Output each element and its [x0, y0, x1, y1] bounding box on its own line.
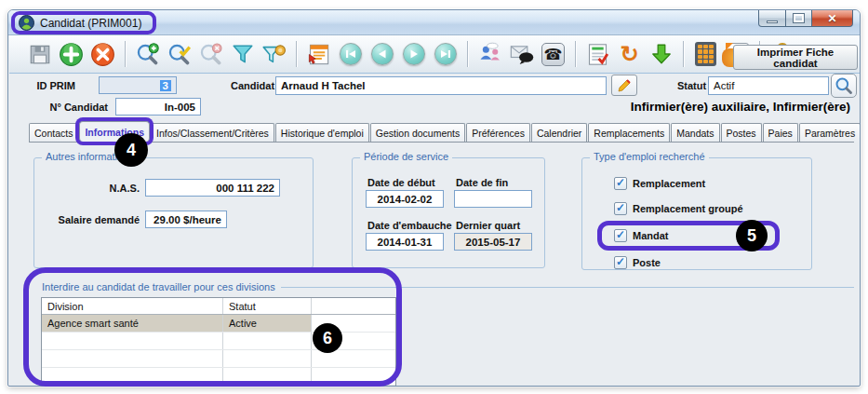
date-embauche-field[interactable]: 2014-01-31	[366, 233, 444, 251]
divisions-highlight-annotation	[23, 267, 402, 387]
nav-previous-icon[interactable]	[368, 41, 395, 68]
annotation-step-4: 4	[114, 133, 148, 167]
window-controls: ✕	[758, 10, 853, 27]
no-candidat-value: In-005	[165, 102, 195, 113]
salaire-label: Salaire demandé	[34, 214, 140, 225]
refresh-icon[interactable]: ↻	[616, 41, 643, 68]
statut-value: Actif	[714, 80, 734, 91]
salaire-value: 29.00 $/heure	[154, 214, 221, 225]
nas-value: 000 111 222	[216, 183, 274, 194]
toolbar-separator	[125, 41, 126, 67]
tab-postes[interactable]: Postes	[721, 123, 762, 142]
search-add-icon[interactable]	[134, 41, 161, 68]
filter-advanced-icon[interactable]	[260, 41, 287, 68]
remplacement-label: Remplacement	[633, 178, 705, 189]
tab-historique-emploi[interactable]: Historique d'emploi	[275, 123, 369, 142]
nas-label: N.A.S.	[34, 183, 140, 194]
annotation-step-6: 6	[313, 323, 342, 353]
tab-paies[interactable]: Paies	[763, 123, 798, 142]
statut-label: Statut	[677, 80, 706, 91]
dernier-quart-label: Dernier quart	[456, 220, 520, 231]
toolbar-separator	[467, 41, 468, 67]
type-emploi-title: Type d'emploi recherché	[590, 151, 709, 162]
nav-first-icon[interactable]	[337, 41, 364, 68]
periode-service-group: Période de service Date de début Date de…	[352, 157, 545, 268]
id-prim-field[interactable]: 3	[99, 76, 177, 94]
checkbox-row-remplacement-groupe[interactable]: Remplacement groupé	[614, 202, 743, 215]
id-prim-value: 3	[160, 80, 171, 91]
title-bar[interactable]: Candidat (PRIM001) ✕	[8, 10, 860, 35]
profession-text: Infirmier(ère) auxiliaire, Infirmier(ère…	[631, 100, 850, 114]
candidat-field[interactable]: Arnaud H Tachel	[275, 76, 607, 95]
id-prim-label: ID PRIM	[8, 80, 75, 91]
dernier-quart-value: 2015-05-17	[466, 237, 521, 248]
task-check-icon[interactable]	[584, 41, 611, 68]
date-embauche-value: 2014-01-31	[378, 237, 433, 248]
tab-gestion-documents[interactable]: Gestion documents	[370, 123, 465, 142]
date-debut-field[interactable]: 2014-02-02	[366, 190, 444, 208]
tab-contacts[interactable]: Contacts	[29, 123, 78, 142]
tab-preferences[interactable]: Préférences	[466, 123, 530, 142]
tab-parametres[interactable]: Paramètres	[799, 123, 861, 142]
toolbar-separator	[296, 41, 297, 67]
tab-infos-classement-criteres[interactable]: Infos/Classement/Critères	[151, 123, 274, 142]
export-download-icon[interactable]	[648, 41, 674, 68]
candidat-label: Candidat	[231, 80, 274, 91]
checkbox-row-poste[interactable]: Poste	[614, 256, 661, 269]
checkbox-row-remplacement[interactable]: Remplacement	[614, 177, 705, 190]
print-candidate-button[interactable]: Imprimer Fiche candidat	[733, 45, 858, 70]
periode-service-title: Période de service	[360, 151, 452, 162]
nav-last-icon[interactable]	[432, 41, 459, 68]
screenshot-canvas: Candidat (PRIM001) ✕	[0, 0, 868, 394]
tab-bar: Contacts Informations Infos/Classement/C…	[29, 121, 854, 143]
date-fin-label: Date de fin	[456, 177, 508, 188]
nas-field[interactable]: 000 111 222	[145, 179, 280, 197]
date-fin-field[interactable]	[454, 190, 532, 208]
calculator-icon[interactable]	[692, 41, 719, 68]
date-embauche-label: Date d'embauche	[367, 220, 452, 231]
date-debut-value: 2014-02-02	[378, 194, 433, 205]
phone-icon[interactable]: ☎	[540, 41, 567, 68]
nav-next-icon[interactable]	[400, 41, 427, 68]
edit-candidate-button[interactable]	[611, 75, 637, 96]
remplacement-groupe-checkbox[interactable]	[614, 202, 627, 215]
toolbar-separator	[683, 41, 684, 67]
tab-remplacements[interactable]: Remplacements	[588, 123, 670, 142]
no-candidat-label: N° Candidat	[36, 102, 108, 113]
candidat-value: Arnaud H Tachel	[281, 80, 366, 91]
type-emploi-group: Type d'emploi recherché Remplacement Rem…	[581, 157, 812, 270]
contacts-icon[interactable]	[476, 41, 503, 68]
search-remove-icon[interactable]	[197, 41, 224, 68]
tab-calendrier[interactable]: Calendrier	[531, 123, 587, 142]
app-icon	[19, 15, 34, 31]
date-debut-label: Date de début	[367, 177, 435, 188]
remplacement-groupe-label: Remplacement groupé	[633, 203, 743, 214]
no-candidat-field[interactable]: In-005	[115, 98, 201, 115]
toolbar-separator	[575, 41, 576, 67]
maximize-button[interactable]	[786, 10, 812, 27]
search-edit-icon[interactable]	[166, 41, 193, 68]
statut-field[interactable]: Actif	[708, 76, 829, 95]
delete-record-icon[interactable]	[89, 41, 116, 68]
window-title: Candidat (PRIM001)	[40, 17, 141, 30]
record-form-icon[interactable]	[305, 41, 332, 68]
close-button[interactable]: ✕	[812, 10, 853, 27]
save-icon[interactable]	[26, 41, 53, 68]
dernier-quart-field: 2015-05-17	[454, 233, 532, 251]
tab-mandats[interactable]: Mandats	[671, 123, 719, 142]
messages-icon[interactable]	[508, 41, 535, 68]
salaire-field[interactable]: 29.00 $/heure	[145, 211, 227, 228]
annotation-step-5: 5	[736, 220, 768, 251]
title-highlight-annotation: Candidat (PRIM001)	[11, 11, 156, 34]
minimize-button[interactable]	[758, 10, 786, 27]
remplacement-checkbox[interactable]	[614, 177, 627, 190]
autres-informations-group: Autres informations N.A.S. 000 111 222 S…	[33, 157, 314, 268]
statut-search-button[interactable]	[831, 74, 857, 98]
poste-checkbox[interactable]	[614, 256, 627, 269]
poste-label: Poste	[633, 257, 661, 268]
filter-icon[interactable]	[229, 41, 256, 68]
add-record-icon[interactable]	[58, 41, 85, 68]
